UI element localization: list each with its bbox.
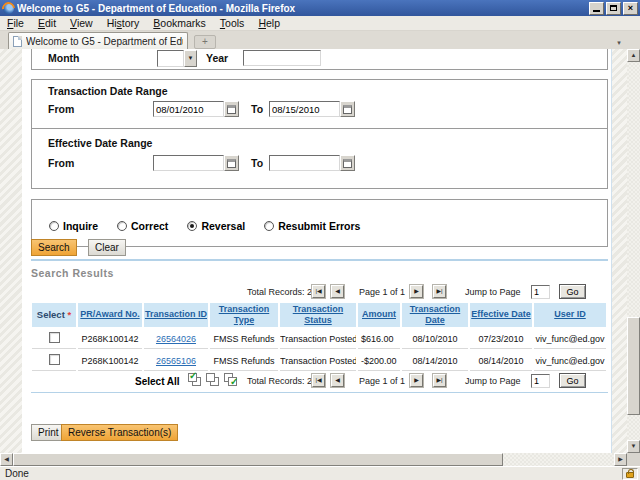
- scroll-down-button[interactable]: ▼: [627, 440, 640, 453]
- edr-from-field: [153, 155, 239, 171]
- security-panel[interactable]: [622, 468, 638, 480]
- radio-icon[interactable]: [264, 221, 274, 231]
- page-indicator: Page 1 of 1: [359, 287, 405, 297]
- menu-item-view[interactable]: View: [63, 16, 100, 30]
- transaction-date-range-fieldset: Transaction Date Range From To: [31, 79, 608, 129]
- calendar-icon: [227, 105, 236, 114]
- calendar-button[interactable]: [224, 101, 239, 117]
- go-button[interactable]: Go: [559, 284, 586, 299]
- transaction-type-cell: FMSS Refunds: [210, 351, 278, 371]
- tdr-from-input[interactable]: [153, 101, 224, 117]
- edr-to-input[interactable]: [269, 155, 340, 171]
- minimize-button[interactable]: [589, 2, 604, 15]
- prev-page-button[interactable]: ◀: [331, 374, 344, 387]
- menu-item-tools[interactable]: Tools: [213, 16, 252, 30]
- effective-date-range-fieldset: Effective Date Range From To: [31, 128, 608, 189]
- header-amount[interactable]: Amount: [358, 303, 400, 327]
- pagination-top: Total Records: 2 |◀ ◀ Page 1 of 1 ▶ ▶| J…: [22, 284, 608, 301]
- effective-date-cell: 07/23/2010: [470, 329, 532, 349]
- calendar-icon: [227, 159, 236, 168]
- jump-to-page-label: Jump to Page: [465, 376, 521, 386]
- tdr-to-field: [269, 101, 355, 117]
- transaction-id-cell: 26565106: [144, 351, 208, 371]
- radio-resubmit-errors[interactable]: Resubmit Errors: [264, 220, 360, 232]
- search-button[interactable]: Search: [31, 239, 77, 256]
- radio-reversal[interactable]: Reversal: [187, 220, 245, 232]
- vertical-scroll-thumb[interactable]: [627, 317, 640, 415]
- active-tab[interactable]: Welcome to G5 - Department of Edu...: [8, 32, 188, 49]
- horizontal-scroll-thumb[interactable]: [13, 453, 503, 466]
- row-select-cell: [32, 329, 76, 349]
- jump-to-page-input[interactable]: [531, 374, 550, 388]
- radio-icon[interactable]: [117, 221, 127, 231]
- lock-icon: [626, 472, 634, 478]
- year-input[interactable]: [243, 50, 321, 66]
- last-page-button[interactable]: ▶|: [433, 285, 446, 298]
- header-transaction-date[interactable]: Transaction Date: [402, 303, 468, 327]
- header-transaction-status[interactable]: Transaction Status: [280, 303, 356, 327]
- required-mark: *: [67, 309, 71, 320]
- scroll-right-button[interactable]: ▶: [614, 453, 627, 466]
- menu-item-history[interactable]: History: [100, 16, 147, 30]
- search-results-title: Search Results: [31, 267, 114, 279]
- header-user-id[interactable]: User ID: [534, 303, 606, 327]
- restore-button[interactable]: [606, 2, 621, 15]
- divider: [31, 259, 608, 261]
- header-pr-award[interactable]: PR/Award No.: [78, 303, 142, 327]
- header-select: Select *: [32, 303, 76, 327]
- go-button[interactable]: Go: [559, 373, 586, 388]
- calendar-icon: [343, 105, 352, 114]
- table-row: P268K100142 26565106 FMSS Refunds Transa…: [32, 351, 606, 371]
- month-year-fieldset: Month ▼ Year: [31, 49, 608, 70]
- vertical-scrollbar[interactable]: ▲ ▼: [627, 49, 640, 453]
- first-page-button[interactable]: |◀: [312, 285, 325, 298]
- dropdown-icon[interactable]: ▼: [184, 50, 197, 67]
- reverse-transactions-button[interactable]: Reverse Transaction(s): [61, 424, 178, 441]
- menu-item-bookmarks[interactable]: Bookmarks: [146, 16, 213, 30]
- calendar-button[interactable]: [340, 101, 355, 117]
- next-page-button[interactable]: ▶: [410, 374, 423, 387]
- next-page-button[interactable]: ▶: [410, 285, 423, 298]
- new-tab-button[interactable]: +: [194, 35, 216, 49]
- close-icon: ×: [628, 3, 633, 14]
- amount-cell: $616.00: [358, 329, 400, 349]
- calendar-icon: [343, 159, 352, 168]
- edr-from-input[interactable]: [153, 155, 224, 171]
- header-transaction-id[interactable]: Transaction ID: [144, 303, 208, 327]
- scroll-left-button[interactable]: ◀: [0, 453, 13, 466]
- menu-item-edit[interactable]: Edit: [31, 16, 63, 30]
- menu-item-help[interactable]: Help: [251, 16, 287, 30]
- transaction-id-link[interactable]: 26565106: [156, 356, 196, 366]
- tdr-from-field: [153, 101, 239, 117]
- month-select[interactable]: ▼: [157, 50, 197, 67]
- calendar-button[interactable]: [224, 155, 239, 171]
- window-title: Welcome to G5 - Department of Education …: [17, 3, 589, 14]
- row-checkbox[interactable]: [49, 354, 60, 365]
- tab-list-button[interactable]: ▾: [611, 37, 627, 48]
- last-page-button[interactable]: ▶|: [433, 374, 446, 387]
- header-transaction-type[interactable]: Transaction Type: [210, 303, 278, 327]
- jump-to-page-input[interactable]: [531, 285, 550, 299]
- scroll-up-button[interactable]: ▲: [627, 49, 640, 62]
- tdr-to-input[interactable]: [269, 101, 340, 117]
- first-page-button[interactable]: |◀: [312, 374, 325, 387]
- calendar-button[interactable]: [340, 155, 355, 171]
- minimize-icon: [593, 10, 600, 12]
- pagination-bottom: Total Records: 2 |◀ ◀ Page 1 of 1 ▶ ▶| J…: [22, 373, 608, 390]
- row-checkbox[interactable]: [49, 332, 60, 343]
- close-button[interactable]: ×: [623, 2, 638, 15]
- header-effective-date[interactable]: Effective Date: [470, 303, 532, 327]
- horizontal-scrollbar[interactable]: ◀ ▶: [0, 453, 627, 466]
- clear-button[interactable]: Clear: [88, 239, 126, 256]
- transaction-id-cell: 26564026: [144, 329, 208, 349]
- menu-item-file[interactable]: File: [0, 16, 31, 30]
- tdr-to-label: To: [251, 103, 263, 115]
- transaction-status-cell: Transaction Posted: [280, 329, 356, 349]
- radio-icon[interactable]: [49, 221, 59, 231]
- radio-correct[interactable]: Correct: [117, 220, 168, 232]
- transaction-id-link[interactable]: 26564026: [156, 334, 196, 344]
- radio-inquire[interactable]: Inquire: [49, 220, 98, 232]
- table-row: P268K100142 26564026 FMSS Refunds Transa…: [32, 329, 606, 349]
- prev-page-button[interactable]: ◀: [331, 285, 344, 298]
- radio-icon-selected[interactable]: [187, 221, 197, 231]
